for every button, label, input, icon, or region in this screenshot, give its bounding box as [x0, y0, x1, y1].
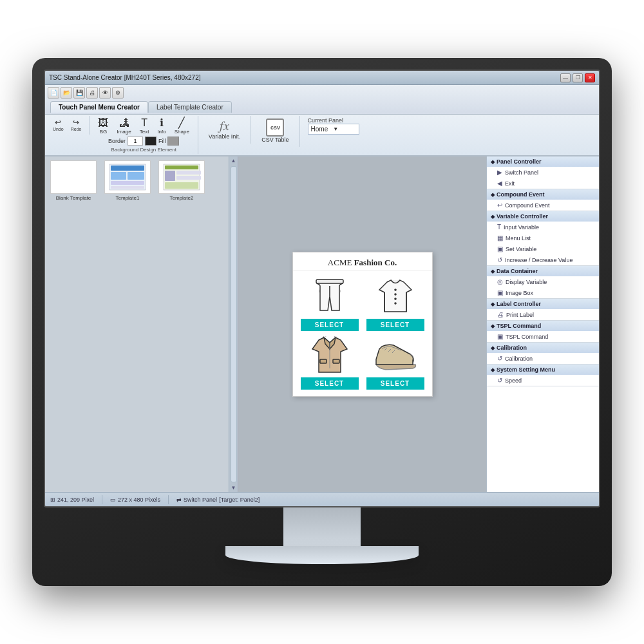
variable-init-button[interactable]: 𝑓𝑥 Variable Init. — [204, 116, 245, 142]
text-button[interactable]: T Text — [137, 116, 153, 137]
product-image-jacket — [304, 336, 355, 375]
collapse-icon: ◆ — [491, 159, 495, 165]
border-color-swatch[interactable] — [145, 137, 156, 146]
ribbon-group-undo: ↩ Undo ↪ Redo — [48, 116, 90, 135]
restore-button[interactable]: ❐ — [573, 73, 583, 82]
set-variable-item[interactable]: ▣ Set Variable — [487, 243, 599, 254]
chevron-left-icon: ◀ — [497, 180, 502, 187]
ribbon-group-csv: csv CSV Table — [254, 116, 299, 147]
new-button[interactable]: 📄 — [48, 87, 59, 99]
svg-rect-3 — [128, 172, 144, 180]
tab-touch-panel[interactable]: Touch Panel Menu Creator — [50, 101, 148, 113]
info-icon: ℹ — [160, 118, 164, 128]
select-button-jacket[interactable]: SELECT — [301, 377, 359, 390]
border-fill-controls: Border Fill — [108, 137, 180, 146]
canvas-header: ACME Fashion Co. — [293, 252, 432, 271]
fill-color-swatch[interactable] — [167, 137, 179, 146]
ribbon-group-design: 🖼 BG 🏞 Image T Text ℹ — [92, 116, 198, 154]
save-button[interactable]: 💾 — [73, 87, 85, 99]
status-size: ▭ 272 x 480 Pixels — [110, 497, 160, 503]
text-icon: T — [141, 118, 147, 128]
monitor-stand-neck — [283, 507, 361, 546]
section-variable-controller: ◆ Variable Controller T Input Variable ▦… — [487, 211, 599, 266]
svg-rect-4 — [111, 181, 144, 185]
settings-button[interactable]: ⚙ — [112, 87, 124, 99]
compound-event-item[interactable]: ↩ Compound Event — [487, 200, 599, 211]
print-icon: 🖨 — [497, 311, 504, 318]
print-label-item[interactable]: 🖨 Print Label — [487, 309, 599, 320]
csv-table-button[interactable]: csv CSV Table — [256, 116, 294, 146]
display-variable-item[interactable]: ◎ Display Variable — [487, 276, 599, 287]
redo-button[interactable]: ↪ Redo — [68, 116, 84, 133]
action-icon: ⇄ — [176, 497, 182, 503]
template-thumb-blank — [50, 160, 97, 194]
compound-event-icon: ↩ — [497, 202, 502, 209]
template-scroll: Blank Template — [45, 156, 229, 492]
close-button[interactable]: ✕ — [585, 73, 595, 82]
section-calibration: ◆ Calibration ↺ Calibration — [487, 343, 599, 365]
preview-button[interactable]: 👁 — [99, 87, 111, 99]
image-box-item[interactable]: ▣ Image Box — [487, 287, 599, 298]
status-action: ⇄ Switch Panel [Target: Panel2] — [176, 497, 260, 503]
template-row: Blank Template — [48, 159, 226, 202]
menu-list-item[interactable]: ▦ Menu List — [487, 232, 599, 243]
shape-button[interactable]: ╱ Shape — [171, 116, 193, 137]
undo-icon: ↩ — [55, 118, 61, 127]
svg-rect-2 — [111, 172, 126, 180]
template-item-2[interactable]: Template2 — [156, 159, 207, 202]
border-value-input[interactable] — [128, 137, 143, 146]
product-image-shirt — [370, 278, 421, 316]
select-button-shoe[interactable]: SELECT — [366, 377, 424, 390]
print-button[interactable]: 🖨 — [86, 87, 98, 99]
design-canvas: ACME Fashion Co. — [292, 252, 433, 397]
status-divider-2 — [168, 495, 169, 504]
increase-decrease-item[interactable]: ↺ Increase / Decrease Value — [487, 254, 599, 265]
collapse-icon-8: ◆ — [491, 367, 495, 373]
undo-button[interactable]: ↩ Undo — [50, 116, 66, 133]
svg-rect-1 — [111, 166, 144, 171]
monitor-shell: TSC Stand-Alone Creator [MH240T Series, … — [32, 58, 612, 586]
image-button[interactable]: 🏞 Image — [113, 116, 134, 137]
product-cell-pants: SELECT — [297, 275, 363, 334]
grid-icon: ⊞ — [50, 497, 55, 503]
collapse-icon-5: ◆ — [491, 301, 495, 307]
current-panel-area: Current Panel Home ▼ — [305, 116, 362, 136]
tspl-command-header[interactable]: ◆ TSPL Command — [487, 321, 599, 331]
info-button[interactable]: ℹ Info — [154, 116, 169, 137]
speed-item[interactable]: ↺ Speed — [487, 375, 599, 386]
title-bar: TSC Stand-Alone Creator [MH240T Series, … — [45, 71, 599, 85]
quick-toolbar: 📄 📂 💾 🖨 👁 ⚙ — [48, 86, 596, 100]
canvas-size-icon: ▭ — [110, 497, 116, 503]
template-scrollbar[interactable]: ▲ ▼ — [229, 156, 238, 492]
chevron-right-icon: ▶ — [497, 169, 502, 176]
switch-panel-item[interactable]: ▶ Switch Panel — [487, 167, 599, 178]
compound-event-header[interactable]: ◆ Compound Event — [487, 189, 599, 200]
select-button-shirt[interactable]: SELECT — [366, 319, 424, 331]
system-setting-header[interactable]: ◆ System Setting Menu — [487, 365, 599, 375]
status-bar: ⊞ 241, 209 Pixel ▭ 272 x 480 Pixels ⇄ Sw… — [45, 492, 599, 506]
minimize-button[interactable]: — — [560, 73, 571, 82]
section-panel-controller: ◆ Panel Controller ▶ Switch Panel ◀ Exit — [487, 156, 599, 189]
svg-rect-11 — [165, 182, 198, 189]
label-controller-header[interactable]: ◆ Label Controller — [487, 299, 599, 309]
tspl-command-item[interactable]: ▣ TSPL Command — [487, 331, 599, 342]
exit-item[interactable]: ◀ Exit — [487, 178, 599, 189]
section-system-setting: ◆ System Setting Menu ↺ Speed — [487, 365, 599, 386]
select-button-pants[interactable]: SELECT — [301, 319, 359, 331]
open-button[interactable]: 📂 — [61, 87, 72, 99]
ribbon-group-varinit: 𝑓𝑥 Variable Init. — [201, 116, 251, 144]
calibration-header[interactable]: ◆ Calibration — [487, 343, 599, 353]
panel-dropdown[interactable]: Home ▼ — [308, 124, 359, 135]
data-container-header[interactable]: ◆ Data Container — [487, 266, 599, 276]
panel-controller-header[interactable]: ◆ Panel Controller — [487, 156, 599, 167]
variable-controller-header[interactable]: ◆ Variable Controller — [487, 211, 599, 222]
template-item-1[interactable]: Template1 — [102, 159, 153, 202]
window-title: TSC Stand-Alone Creator [MH240T Series, … — [49, 74, 201, 81]
ribbon: ↩ Undo ↪ Redo 🖼 BG — [45, 115, 599, 156]
input-variable-item[interactable]: T Input Variable — [487, 222, 599, 232]
tab-label-template[interactable]: Label Template Creator — [148, 101, 232, 113]
bg-icon: 🖼 — [98, 118, 108, 128]
bg-button[interactable]: 🖼 BG — [95, 116, 111, 137]
template-item-blank[interactable]: Blank Template — [48, 159, 99, 202]
calibration-item[interactable]: ↺ Calibration — [487, 353, 599, 364]
